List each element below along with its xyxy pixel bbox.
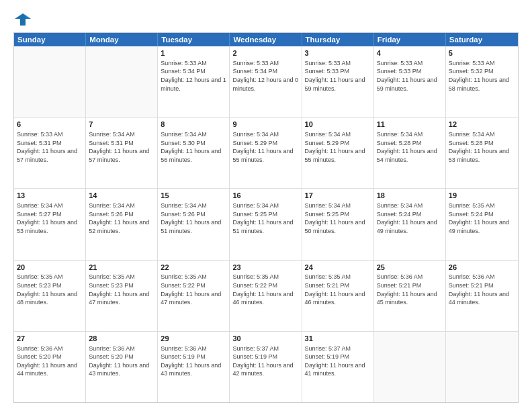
day-info: Sunrise: 5:34 AM Sunset: 5:29 PM Dayligh… (305, 130, 371, 164)
day-cell-21: 21Sunrise: 5:35 AM Sunset: 5:23 PM Dayli… (86, 261, 158, 331)
day-number: 31 (305, 334, 371, 344)
day-cell-27: 27Sunrise: 5:36 AM Sunset: 5:20 PM Dayli… (14, 332, 86, 402)
day-info: Sunrise: 5:35 AM Sunset: 5:23 PM Dayligh… (89, 273, 154, 306)
day-info: Sunrise: 5:35 AM Sunset: 5:22 PM Dayligh… (161, 273, 226, 306)
day-info: Sunrise: 5:36 AM Sunset: 5:19 PM Dayligh… (161, 345, 226, 378)
day-info: Sunrise: 5:34 AM Sunset: 5:28 PM Dayligh… (377, 130, 443, 164)
day-cell-20: 20Sunrise: 5:35 AM Sunset: 5:23 PM Dayli… (14, 261, 86, 331)
day-cell-empty (86, 46, 158, 117)
day-cell-31: 31Sunrise: 5:37 AM Sunset: 5:19 PM Dayli… (302, 332, 374, 402)
header (13, 12, 519, 27)
header-day-sunday: Sunday (14, 33, 86, 46)
day-number: 26 (449, 263, 515, 273)
day-number: 21 (89, 263, 154, 273)
day-cell-10: 10Sunrise: 5:34 AM Sunset: 5:29 PM Dayli… (302, 118, 374, 188)
day-info: Sunrise: 5:33 AM Sunset: 5:32 PM Dayligh… (449, 59, 515, 93)
day-number: 8 (161, 120, 226, 130)
day-cell-15: 15Sunrise: 5:34 AM Sunset: 5:26 PM Dayli… (158, 189, 230, 259)
calendar: SundayMondayTuesdayWednesdayThursdayFrid… (13, 32, 519, 403)
day-cell-23: 23Sunrise: 5:35 AM Sunset: 5:22 PM Dayli… (230, 261, 302, 331)
day-cell-28: 28Sunrise: 5:36 AM Sunset: 5:20 PM Dayli… (86, 332, 158, 402)
day-number: 5 (449, 48, 515, 58)
day-cell-6: 6Sunrise: 5:33 AM Sunset: 5:31 PM Daylig… (14, 118, 86, 188)
day-info: Sunrise: 5:34 AM Sunset: 5:30 PM Dayligh… (161, 130, 226, 164)
day-number: 3 (305, 48, 371, 58)
header-day-wednesday: Wednesday (230, 33, 302, 46)
day-cell-5: 5Sunrise: 5:33 AM Sunset: 5:32 PM Daylig… (446, 46, 518, 117)
day-number: 17 (305, 191, 371, 201)
logo-icon (13, 12, 32, 27)
day-number: 10 (305, 120, 371, 130)
calendar-row-1: 1Sunrise: 5:33 AM Sunset: 5:34 PM Daylig… (14, 46, 518, 118)
day-info: Sunrise: 5:37 AM Sunset: 5:19 PM Dayligh… (305, 345, 371, 378)
day-info: Sunrise: 5:34 AM Sunset: 5:27 PM Dayligh… (17, 201, 83, 235)
svg-marker-0 (15, 13, 31, 26)
day-info: Sunrise: 5:34 AM Sunset: 5:26 PM Dayligh… (89, 201, 154, 235)
day-info: Sunrise: 5:33 AM Sunset: 5:34 PM Dayligh… (232, 59, 298, 93)
day-info: Sunrise: 5:34 AM Sunset: 5:25 PM Dayligh… (232, 201, 298, 235)
day-number: 19 (449, 191, 515, 201)
day-number: 16 (232, 191, 298, 201)
day-cell-empty (446, 332, 518, 402)
calendar-body: 1Sunrise: 5:33 AM Sunset: 5:34 PM Daylig… (14, 46, 518, 402)
calendar-row-5: 27Sunrise: 5:36 AM Sunset: 5:20 PM Dayli… (14, 332, 518, 402)
day-info: Sunrise: 5:34 AM Sunset: 5:29 PM Dayligh… (232, 130, 298, 164)
day-info: Sunrise: 5:34 AM Sunset: 5:26 PM Dayligh… (161, 201, 226, 235)
day-info: Sunrise: 5:36 AM Sunset: 5:21 PM Dayligh… (449, 273, 515, 306)
day-number: 22 (161, 263, 226, 273)
day-number: 14 (89, 191, 154, 201)
header-day-monday: Monday (86, 33, 158, 46)
day-info: Sunrise: 5:34 AM Sunset: 5:31 PM Dayligh… (89, 130, 154, 164)
day-cell-25: 25Sunrise: 5:36 AM Sunset: 5:21 PM Dayli… (374, 261, 446, 331)
day-info: Sunrise: 5:35 AM Sunset: 5:22 PM Dayligh… (232, 273, 298, 306)
day-cell-22: 22Sunrise: 5:35 AM Sunset: 5:22 PM Dayli… (158, 261, 230, 331)
day-number: 1 (161, 48, 226, 58)
day-number: 28 (89, 334, 154, 344)
calendar-row-3: 13Sunrise: 5:34 AM Sunset: 5:27 PM Dayli… (14, 189, 518, 260)
day-info: Sunrise: 5:34 AM Sunset: 5:28 PM Dayligh… (449, 130, 515, 164)
page: SundayMondayTuesdayWednesdayThursdayFrid… (0, 0, 532, 411)
calendar-row-2: 6Sunrise: 5:33 AM Sunset: 5:31 PM Daylig… (14, 118, 518, 189)
day-cell-1: 1Sunrise: 5:33 AM Sunset: 5:34 PM Daylig… (158, 46, 230, 117)
calendar-row-4: 20Sunrise: 5:35 AM Sunset: 5:23 PM Dayli… (14, 261, 518, 332)
day-cell-14: 14Sunrise: 5:34 AM Sunset: 5:26 PM Dayli… (86, 189, 158, 259)
day-info: Sunrise: 5:34 AM Sunset: 5:25 PM Dayligh… (305, 201, 371, 235)
day-cell-empty (374, 332, 446, 402)
day-info: Sunrise: 5:33 AM Sunset: 5:33 PM Dayligh… (305, 59, 371, 93)
day-number: 24 (305, 263, 371, 273)
day-cell-16: 16Sunrise: 5:34 AM Sunset: 5:25 PM Dayli… (230, 189, 302, 259)
header-day-saturday: Saturday (446, 33, 518, 46)
day-info: Sunrise: 5:35 AM Sunset: 5:23 PM Dayligh… (17, 273, 83, 306)
day-cell-empty (14, 46, 86, 117)
day-number: 27 (17, 334, 83, 344)
day-cell-3: 3Sunrise: 5:33 AM Sunset: 5:33 PM Daylig… (302, 46, 374, 117)
day-cell-12: 12Sunrise: 5:34 AM Sunset: 5:28 PM Dayli… (446, 118, 518, 188)
day-cell-8: 8Sunrise: 5:34 AM Sunset: 5:30 PM Daylig… (158, 118, 230, 188)
day-number: 29 (161, 334, 226, 344)
day-number: 23 (232, 263, 298, 273)
day-number: 20 (17, 263, 83, 273)
day-cell-29: 29Sunrise: 5:36 AM Sunset: 5:19 PM Dayli… (158, 332, 230, 402)
day-number: 11 (377, 120, 443, 130)
day-number: 6 (17, 120, 83, 130)
day-number: 25 (377, 263, 443, 273)
day-cell-19: 19Sunrise: 5:35 AM Sunset: 5:24 PM Dayli… (446, 189, 518, 259)
day-number: 18 (377, 191, 443, 201)
day-info: Sunrise: 5:33 AM Sunset: 5:34 PM Dayligh… (161, 59, 226, 93)
day-cell-17: 17Sunrise: 5:34 AM Sunset: 5:25 PM Dayli… (302, 189, 374, 259)
day-cell-7: 7Sunrise: 5:34 AM Sunset: 5:31 PM Daylig… (86, 118, 158, 188)
day-cell-26: 26Sunrise: 5:36 AM Sunset: 5:21 PM Dayli… (446, 261, 518, 331)
day-number: 9 (232, 120, 298, 130)
day-cell-9: 9Sunrise: 5:34 AM Sunset: 5:29 PM Daylig… (230, 118, 302, 188)
day-cell-2: 2Sunrise: 5:33 AM Sunset: 5:34 PM Daylig… (230, 46, 302, 117)
day-cell-4: 4Sunrise: 5:33 AM Sunset: 5:33 PM Daylig… (374, 46, 446, 117)
day-number: 7 (89, 120, 154, 130)
calendar-header: SundayMondayTuesdayWednesdayThursdayFrid… (14, 33, 518, 46)
logo (13, 12, 35, 27)
day-number: 12 (449, 120, 515, 130)
day-cell-24: 24Sunrise: 5:35 AM Sunset: 5:21 PM Dayli… (302, 261, 374, 331)
day-info: Sunrise: 5:36 AM Sunset: 5:20 PM Dayligh… (17, 345, 83, 378)
day-info: Sunrise: 5:37 AM Sunset: 5:19 PM Dayligh… (232, 345, 298, 378)
day-info: Sunrise: 5:36 AM Sunset: 5:20 PM Dayligh… (89, 345, 154, 378)
day-info: Sunrise: 5:36 AM Sunset: 5:21 PM Dayligh… (377, 273, 443, 306)
